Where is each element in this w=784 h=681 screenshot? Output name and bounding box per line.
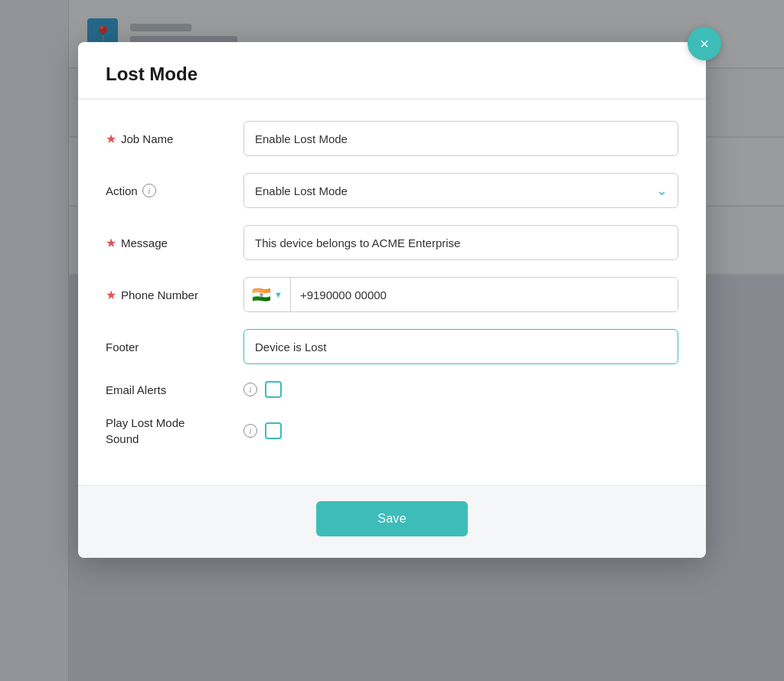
required-star: ★ <box>106 236 116 250</box>
job-name-row: ★ Job Name <box>106 121 678 156</box>
email-alerts-label: Email Alerts <box>106 383 228 396</box>
modal-overlay: × Lost Mode ★ Job Name Action i <box>0 0 784 681</box>
action-row: Action i Enable Lost Mode Disable Lost M… <box>106 173 678 208</box>
footer-control <box>243 329 678 364</box>
play-sound-label: Play Lost Mode Sound <box>106 415 228 447</box>
job-name-label: ★ Job Name <box>106 132 228 146</box>
footer-row: Footer <box>106 329 678 364</box>
footer-input[interactable] <box>243 329 678 364</box>
lost-mode-modal: × Lost Mode ★ Job Name Action i <box>78 42 706 558</box>
email-alerts-checkbox-row: i <box>243 381 678 398</box>
footer-label: Footer <box>106 340 228 354</box>
play-sound-control: i <box>243 422 678 439</box>
required-star: ★ <box>106 132 116 146</box>
job-name-control <box>243 121 678 156</box>
modal-close-button[interactable]: × <box>688 27 721 60</box>
action-select-wrap: Enable Lost Mode Disable Lost Mode ⌄ <box>243 173 678 208</box>
email-alerts-checkbox[interactable] <box>265 381 282 398</box>
action-label: Action i <box>106 184 228 197</box>
action-select[interactable]: Enable Lost Mode Disable Lost Mode <box>243 173 678 208</box>
phone-input-wrap: 🇮🇳 ▼ <box>243 277 678 312</box>
play-sound-row: Play Lost Mode Sound i <box>106 415 678 447</box>
modal-footer: Save <box>78 485 706 558</box>
message-label: ★ Message <box>106 236 228 250</box>
message-input[interactable] <box>243 225 678 260</box>
message-control <box>243 225 678 260</box>
save-button[interactable]: Save <box>316 501 468 536</box>
phone-number-row: ★ Phone Number 🇮🇳 ▼ <box>106 277 678 312</box>
phone-number-label: ★ Phone Number <box>106 288 228 302</box>
play-sound-checkbox[interactable] <box>265 422 282 439</box>
play-sound-checkbox-row: i <box>243 422 678 439</box>
message-row: ★ Message <box>106 225 678 260</box>
modal-body: ★ Job Name Action i Enable Lost Mode <box>78 99 706 485</box>
email-alerts-control: i <box>243 381 678 398</box>
play-sound-info-icon[interactable]: i <box>243 424 257 438</box>
email-alerts-info-icon[interactable]: i <box>243 383 257 396</box>
email-alerts-row: Email Alerts i <box>106 381 678 398</box>
required-star: ★ <box>106 288 116 302</box>
modal-title: Lost Mode <box>106 64 678 85</box>
modal-header: Lost Mode <box>78 42 706 99</box>
action-control: Enable Lost Mode Disable Lost Mode ⌄ <box>243 173 678 208</box>
phone-number-input[interactable] <box>291 278 678 311</box>
action-info-icon[interactable]: i <box>142 184 156 197</box>
phone-country-selector[interactable]: 🇮🇳 ▼ <box>244 278 291 311</box>
job-name-input[interactable] <box>243 121 678 156</box>
flag-dropdown-icon: ▼ <box>274 290 283 299</box>
phone-number-control: 🇮🇳 ▼ <box>243 277 678 312</box>
flag-emoji: 🇮🇳 <box>252 287 271 302</box>
